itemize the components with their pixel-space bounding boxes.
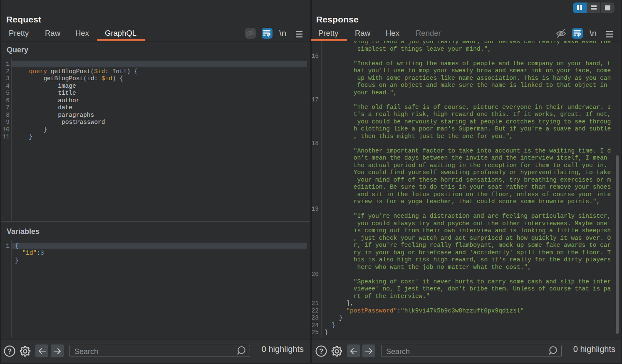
svg-text:?: ? [319,347,323,355]
svg-text:?: ? [7,347,12,355]
